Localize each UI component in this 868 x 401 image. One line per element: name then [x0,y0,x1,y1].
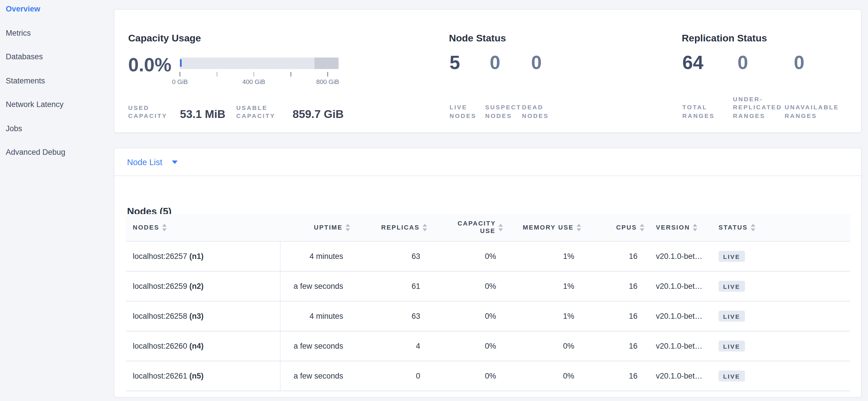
tick-label: 0 GiB [157,78,203,85]
column-header-status[interactable]: STATUS [713,214,850,241]
column-header-uptime[interactable]: UPTIME [280,214,351,241]
capacity-used-marker [180,59,181,67]
status-badge: LIVE [718,251,745,261]
tick-mark [290,72,291,77]
capacity-usage-title: Capacity Usage [128,33,201,44]
uptime-cell: a few seconds [280,331,351,361]
node-list-card: Node List Nodes (5) NODESUPTIMEREPLICASC… [114,148,862,398]
sort-icon[interactable] [498,224,503,231]
replicas-cell: 63 [351,301,428,331]
stat-value-under-replicated-ranges: 0 [738,51,794,74]
column-header-capacity_use[interactable]: CAPACITY USE [428,214,504,241]
column-header-memory_use[interactable]: MEMORY USE [504,214,582,241]
replicas-cell: 0 [351,361,428,391]
tick-mark [216,72,217,77]
stat-value-total-ranges: 64 [682,51,738,74]
chevron-down-icon [172,160,178,164]
usable-capacity-label: USABLE CAPACITY [236,104,283,120]
sort-icon[interactable] [577,224,581,231]
node-address-cell[interactable]: localhost:26257 (n1) [126,241,280,271]
sidebar-item-network-latency[interactable]: Network Latency [0,100,114,124]
column-header-version[interactable]: VERSION [646,214,713,241]
sidebar-item-statements[interactable]: Statements [0,76,114,100]
sidebar-item-advanced-debug[interactable]: Advanced Debug [0,148,114,172]
node-address-cell[interactable]: localhost:26261 (n5) [126,361,280,391]
table-row[interactable]: localhost:26258 (n3)4 minutes630%1%16v20… [126,301,850,331]
memory-use-cell: 1% [504,271,582,301]
column-header-node[interactable]: NODES [126,214,280,241]
cpus-cell: 16 [582,301,646,331]
node-list-dropdown-label[interactable]: Node List [127,157,162,167]
node-id: (n5) [189,371,204,380]
tick-mark [180,72,181,77]
status-cell: LIVE [713,361,850,391]
column-label: CAPACITY USE [458,220,496,235]
status-cell: LIVE [713,301,850,331]
sort-icon[interactable] [345,224,350,231]
table-row[interactable]: localhost:26257 (n1)4 minutes630%1%16v20… [126,241,850,271]
node-address: localhost:26259 [133,282,189,290]
sort-icon[interactable] [162,224,167,231]
cluster-summary-card: Capacity Usage 0.0% 0 GiB400 GiB800 GiB … [114,9,862,133]
version-cell: v20.1.0-bet… [646,301,713,331]
column-label: VERSION [656,224,690,231]
status-cell: LIVE [713,271,850,301]
memory-use-cell: 0% [504,331,582,361]
stat-label-total-ranges: TOTAL RANGES [682,103,733,120]
sort-icon[interactable] [423,224,427,231]
sidebar-item-overview[interactable]: Overview [0,5,114,28]
sidebar-item-metrics[interactable]: Metrics [0,28,114,52]
stat-value-live-nodes: 5 [450,51,490,74]
capacity-use-cell: 0% [428,361,504,391]
usable-capacity-value: 859.7 GiB [292,108,344,121]
nodes-table-wrapper: NODESUPTIMEREPLICASCAPACITY USEMEMORY US… [126,214,850,391]
status-badge: LIVE [718,340,745,351]
nodes-table: NODESUPTIMEREPLICASCAPACITY USEMEMORY US… [126,214,850,391]
column-label: STATUS [718,224,748,231]
sort-icon[interactable] [640,224,644,231]
column-label: CPUS [616,224,637,231]
memory-use-cell: 0% [504,361,582,391]
sidebar-nav: OverviewMetricsDatabasesStatementsNetwor… [0,0,114,401]
sidebar-item-databases[interactable]: Databases [0,52,114,76]
status-badge: LIVE [718,310,745,321]
table-row[interactable]: localhost:26260 (n4)a few seconds40%0%16… [126,331,850,361]
replicas-cell: 63 [351,241,428,271]
replication-status-values: 6400 [682,51,858,74]
column-header-replicas[interactable]: REPLICAS [351,214,428,241]
node-address-cell[interactable]: localhost:26258 (n3) [126,301,280,331]
node-id: (n4) [189,341,204,350]
sort-icon[interactable] [751,224,755,231]
version-cell: v20.1.0-bet… [646,271,713,301]
version-cell: v20.1.0-bet… [646,361,713,391]
table-header-row: NODESUPTIMEREPLICASCAPACITY USEMEMORY US… [126,214,850,241]
cpus-cell: 16 [582,361,646,391]
tick-mark [253,72,254,77]
tick-mark [328,72,328,77]
version-cell: v20.1.0-bet… [646,331,713,361]
node-address: localhost:26260 [133,341,189,350]
capacity-usage-bar [180,58,339,69]
stat-value-dead-nodes: 0 [531,51,576,74]
table-row[interactable]: localhost:26259 (n2)a few seconds610%1%1… [126,271,850,301]
node-address-cell[interactable]: localhost:26259 (n2) [126,271,280,301]
sidebar-item-jobs[interactable]: Jobs [0,124,114,148]
capacity-use-cell: 0% [428,301,504,331]
node-address: localhost:26261 [133,371,189,380]
capacity-bar-tail-segment [314,58,339,69]
stat-label-unavailable-ranges: UNAVAILABLE RANGES [785,103,844,120]
capacity-use-cell: 0% [428,331,504,361]
capacity-axis: 0 GiB400 GiB800 GiB [180,71,339,88]
sort-icon[interactable] [693,224,698,231]
node-address-cell[interactable]: localhost:26260 (n4) [126,331,280,361]
node-list-dropdown[interactable]: Node List [114,148,861,176]
node-id: (n2) [189,282,204,290]
replication-status-labels: TOTAL RANGESUNDER-REPLICATED RANGESUNAVA… [682,95,844,120]
column-header-cpus[interactable]: CPUS [582,214,646,241]
stat-label-dead-nodes: DEAD NODES [522,103,562,120]
used-capacity-label: USED CAPACITY [128,104,168,120]
node-status-values: 500 [450,51,576,74]
column-label: UPTIME [314,224,343,231]
table-row[interactable]: localhost:26261 (n5)a few seconds00%0%16… [126,361,850,391]
replicas-cell: 4 [351,331,428,361]
